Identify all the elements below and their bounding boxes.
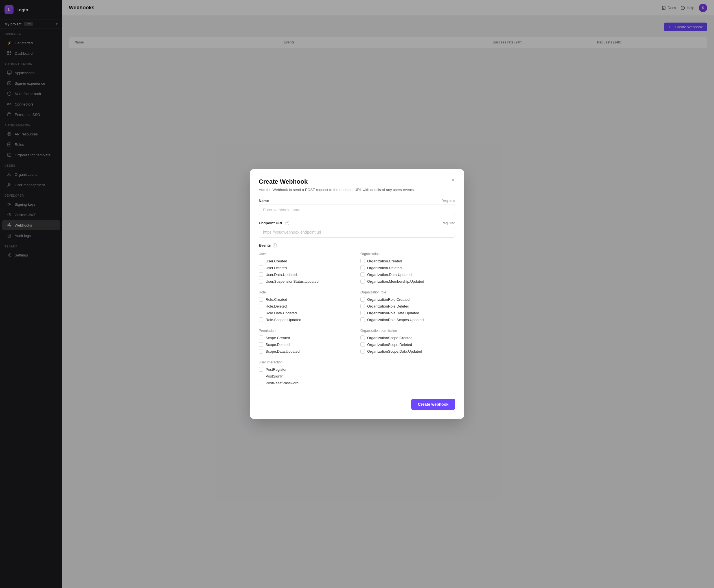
- event-item-post-register: PostRegister: [259, 367, 455, 372]
- event-group-org-permission-title: Organization permission: [360, 329, 455, 333]
- create-webhook-modal: Create Webhook Add the Webhook to send a…: [250, 169, 464, 419]
- label-orgrole-scopes-updated: OrganizationRole.Scopes.Updated: [367, 318, 424, 322]
- events-label: Events ?: [259, 243, 455, 248]
- label-scope-deleted: Scope.Deleted: [266, 342, 290, 347]
- checkbox-role-created[interactable]: [259, 297, 263, 301]
- checkbox-orgrole-data-updated[interactable]: [360, 311, 365, 315]
- checkbox-scope-data-updated[interactable]: [259, 349, 263, 354]
- url-label-row: Endpoint URL ? Required: [259, 221, 455, 225]
- checkbox-role-deleted[interactable]: [259, 304, 263, 308]
- url-label: Endpoint URL ?: [259, 221, 289, 225]
- event-group-org-role-title: Organization role: [360, 290, 455, 294]
- label-user-deleted: User.Deleted: [266, 266, 287, 270]
- label-scope-data-updated: Scope.Data.Updated: [266, 349, 300, 354]
- checkbox-post-register[interactable]: [259, 367, 263, 372]
- url-required: Required: [441, 221, 455, 225]
- label-post-reset-password: PostResetPassword: [266, 381, 299, 385]
- event-group-user: User User.Created User.Deleted User.Data…: [259, 252, 354, 286]
- endpoint-url-input[interactable]: [259, 227, 455, 237]
- name-input[interactable]: [259, 205, 455, 215]
- event-item-org-membership-updated: Organization.Membership.Updated: [360, 279, 455, 284]
- event-item-org-deleted: Organization.Deleted: [360, 266, 455, 270]
- label-org-deleted: Organization.Deleted: [367, 266, 402, 270]
- checkbox-user-data-updated[interactable]: [259, 272, 263, 277]
- checkbox-orgrole-deleted[interactable]: [360, 304, 365, 308]
- label-orgscope-created: OrganizationScope.Created: [367, 336, 412, 340]
- checkbox-orgrole-scopes-updated[interactable]: [360, 317, 365, 322]
- label-role-data-updated: Role.Data.Updated: [266, 311, 297, 315]
- checkbox-org-membership-updated[interactable]: [360, 279, 365, 284]
- checkbox-org-deleted[interactable]: [360, 266, 365, 270]
- label-role-deleted: Role.Deleted: [266, 304, 287, 308]
- close-icon: ×: [451, 177, 455, 183]
- event-item-user-deleted: User.Deleted: [259, 266, 354, 270]
- endpoint-url-field-row: Endpoint URL ? Required: [259, 221, 455, 237]
- label-orgscope-data-updated: OrganizationScope.Data.Updated: [367, 349, 422, 354]
- name-label-row: Name Required: [259, 198, 455, 203]
- label-user-created: User.Created: [266, 259, 287, 263]
- event-group-org-permission: Organization permission OrganizationScop…: [360, 329, 455, 356]
- label-post-sign-in: PostSignIn: [266, 374, 284, 378]
- checkbox-orgscope-created[interactable]: [360, 335, 365, 340]
- event-item-org-data-updated: Organization.Data.Updated: [360, 272, 455, 277]
- checkbox-user-deleted[interactable]: [259, 266, 263, 270]
- event-group-org-role: Organization role OrganizationRole.Creat…: [360, 290, 455, 324]
- create-webhook-submit-button[interactable]: Create webhook: [411, 399, 455, 410]
- checkbox-org-created[interactable]: [360, 259, 365, 263]
- event-item-role-created: Role.Created: [259, 297, 354, 301]
- checkbox-post-reset-password[interactable]: [259, 381, 263, 385]
- checkbox-user-created[interactable]: [259, 259, 263, 263]
- event-group-organization-title: Organization: [360, 252, 455, 256]
- checkbox-role-scopes-updated[interactable]: [259, 317, 263, 322]
- event-item-user-data-updated: User.Data.Updated: [259, 272, 354, 277]
- event-group-user-interaction: User interaction PostRegister PostSignIn…: [259, 360, 455, 387]
- event-item-orgrole-created: OrganizationRole.Created: [360, 297, 455, 301]
- event-group-permission: Permission Scope.Created Scope.Deleted S…: [259, 329, 354, 356]
- event-group-role-title: Role: [259, 290, 354, 294]
- events-section: Events ? User User.Created User.Deleted: [259, 243, 455, 392]
- label-orgscope-deleted: OrganizationScope.Deleted: [367, 342, 412, 347]
- checkbox-orgrole-created[interactable]: [360, 297, 365, 301]
- modal-close-button[interactable]: ×: [448, 176, 458, 185]
- label-org-created: Organization.Created: [367, 259, 402, 263]
- label-post-register: PostRegister: [266, 368, 287, 372]
- checkbox-orgscope-deleted[interactable]: [360, 342, 365, 347]
- event-group-user-title: User: [259, 252, 354, 256]
- event-item-orgscope-deleted: OrganizationScope.Deleted: [360, 342, 455, 347]
- label-orgrole-created: OrganizationRole.Created: [367, 297, 410, 301]
- event-item-orgscope-created: OrganizationScope.Created: [360, 335, 455, 340]
- label-user-suspension: User.SuspensionStatus.Updated: [266, 279, 319, 284]
- label-orgrole-data-updated: OrganizationRole.Data.Updated: [367, 311, 419, 315]
- event-item-post-reset-password: PostResetPassword: [259, 381, 455, 385]
- event-item-role-deleted: Role.Deleted: [259, 304, 354, 308]
- label-orgrole-deleted: OrganizationRole.Deleted: [367, 304, 409, 308]
- checkbox-scope-deleted[interactable]: [259, 342, 263, 347]
- label-scope-created: Scope.Created: [266, 336, 290, 340]
- label-user-data-updated: User.Data.Updated: [266, 273, 297, 277]
- events-info-icon: ?: [273, 243, 277, 248]
- modal-overlay[interactable]: Create Webhook Add the Webhook to send a…: [0, 0, 714, 588]
- events-grid: User User.Created User.Deleted User.Data…: [259, 252, 455, 392]
- name-label: Name: [259, 198, 269, 203]
- event-item-orgrole-scopes-updated: OrganizationRole.Scopes.Updated: [360, 317, 455, 322]
- checkbox-role-data-updated[interactable]: [259, 311, 263, 315]
- checkbox-post-sign-in[interactable]: [259, 374, 263, 378]
- checkbox-orgscope-data-updated[interactable]: [360, 349, 365, 354]
- modal-description: Add the Webhook to send a POST request t…: [259, 188, 455, 192]
- event-item-scope-data-updated: Scope.Data.Updated: [259, 349, 354, 354]
- modal-title: Create Webhook: [259, 178, 455, 185]
- event-item-role-scopes-updated: Role.Scopes.Updated: [259, 317, 354, 322]
- event-group-role: Role Role.Created Role.Deleted Role.Data…: [259, 290, 354, 324]
- event-item-orgscope-data-updated: OrganizationScope.Data.Updated: [360, 349, 455, 354]
- name-field-row: Name Required: [259, 198, 455, 215]
- event-item-user-suspension: User.SuspensionStatus.Updated: [259, 279, 354, 284]
- event-item-post-sign-in: PostSignIn: [259, 374, 455, 378]
- checkbox-scope-created[interactable]: [259, 335, 263, 340]
- event-group-permission-title: Permission: [259, 329, 354, 333]
- label-org-membership-updated: Organization.Membership.Updated: [367, 279, 424, 284]
- checkbox-org-data-updated[interactable]: [360, 272, 365, 277]
- label-role-created: Role.Created: [266, 297, 287, 301]
- event-item-orgrole-deleted: OrganizationRole.Deleted: [360, 304, 455, 308]
- checkbox-user-suspension[interactable]: [259, 279, 263, 284]
- event-item-org-created: Organization.Created: [360, 259, 455, 263]
